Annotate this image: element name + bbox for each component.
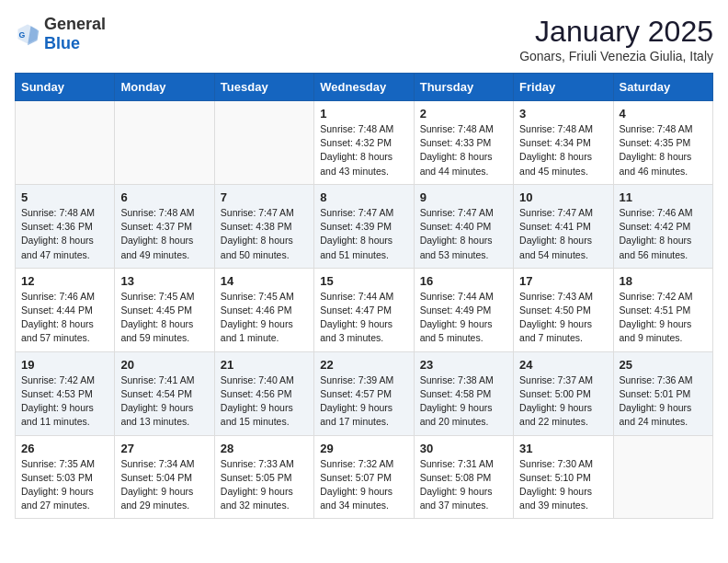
day-number: 11 (620, 190, 707, 204)
calendar-cell: 13Sunrise: 7:45 AMSunset: 4:45 PMDayligh… (115, 268, 214, 351)
day-info: Sunrise: 7:33 AMSunset: 5:05 PMDaylight:… (221, 457, 308, 513)
day-info: Sunrise: 7:39 AMSunset: 4:57 PMDaylight:… (320, 373, 407, 430)
day-info: Sunrise: 7:42 AMSunset: 4:51 PMDaylight:… (620, 290, 707, 346)
day-number: 5 (21, 190, 108, 204)
day-info: Sunrise: 7:46 AMSunset: 4:42 PMDaylight:… (620, 206, 707, 262)
calendar-cell: 7Sunrise: 7:47 AMSunset: 4:38 PMDaylight… (214, 184, 313, 268)
day-number: 7 (221, 190, 308, 204)
day-number: 25 (620, 358, 707, 372)
day-info: Sunrise: 7:38 AMSunset: 4:58 PMDaylight:… (420, 373, 507, 430)
calendar-cell: 16Sunrise: 7:44 AMSunset: 4:49 PMDayligh… (414, 268, 513, 351)
calendar-cell: 17Sunrise: 7:43 AMSunset: 4:50 PMDayligh… (514, 268, 613, 351)
calendar-cell: 26Sunrise: 7:35 AMSunset: 5:03 PMDayligh… (16, 435, 115, 519)
day-number: 20 (120, 358, 208, 372)
day-number: 30 (420, 442, 507, 455)
day-info: Sunrise: 7:48 AMSunset: 4:33 PMDaylight:… (420, 122, 507, 178)
day-info: Sunrise: 7:41 AMSunset: 4:54 PMDaylight:… (120, 373, 208, 430)
calendar-cell: 8Sunrise: 7:47 AMSunset: 4:39 PMDaylight… (314, 184, 414, 268)
calendar-cell: 28Sunrise: 7:33 AMSunset: 5:05 PMDayligh… (214, 435, 313, 519)
calendar-cell: 27Sunrise: 7:34 AMSunset: 5:04 PMDayligh… (115, 435, 214, 519)
logo-text-general: General (44, 15, 106, 33)
day-number: 10 (519, 190, 607, 204)
subtitle: Gonars, Friuli Venezia Giulia, Italy (519, 49, 713, 63)
day-number: 28 (221, 442, 308, 455)
day-number: 17 (519, 274, 607, 288)
title-area: January 2025 Gonars, Friuli Venezia Giul… (519, 15, 713, 63)
day-number: 13 (120, 274, 208, 288)
day-info: Sunrise: 7:48 AMSunset: 4:35 PMDaylight:… (620, 122, 707, 178)
calendar-cell: 2Sunrise: 7:48 AMSunset: 4:33 PMDaylight… (414, 101, 513, 185)
day-number: 6 (120, 190, 208, 204)
calendar-cell (16, 101, 115, 185)
day-info: Sunrise: 7:40 AMSunset: 4:56 PMDaylight:… (221, 373, 308, 430)
day-number: 22 (320, 358, 407, 372)
day-info: Sunrise: 7:42 AMSunset: 4:53 PMDaylight:… (21, 373, 108, 430)
calendar-cell: 4Sunrise: 7:48 AMSunset: 4:35 PMDaylight… (613, 101, 712, 185)
calendar-cell: 19Sunrise: 7:42 AMSunset: 4:53 PMDayligh… (16, 351, 115, 435)
day-info: Sunrise: 7:47 AMSunset: 4:41 PMDaylight:… (519, 206, 607, 262)
weekday-header-row: SundayMondayTuesdayWednesdayThursdayFrid… (16, 74, 713, 101)
calendar-cell: 6Sunrise: 7:48 AMSunset: 4:37 PMDaylight… (115, 184, 214, 268)
header: G General Blue January 2025 Gonars, Friu… (15, 15, 713, 63)
logo-text-blue: Blue (44, 34, 80, 52)
week-row-4: 19Sunrise: 7:42 AMSunset: 4:53 PMDayligh… (16, 351, 713, 435)
day-info: Sunrise: 7:34 AMSunset: 5:04 PMDaylight:… (120, 457, 208, 513)
day-number: 29 (320, 442, 407, 455)
day-number: 21 (221, 358, 308, 372)
calendar-cell: 18Sunrise: 7:42 AMSunset: 4:51 PMDayligh… (613, 268, 712, 351)
calendar-cell: 10Sunrise: 7:47 AMSunset: 4:41 PMDayligh… (514, 184, 613, 268)
day-info: Sunrise: 7:46 AMSunset: 4:44 PMDaylight:… (21, 290, 108, 346)
calendar-cell: 31Sunrise: 7:30 AMSunset: 5:10 PMDayligh… (514, 435, 613, 519)
day-number: 15 (320, 274, 407, 288)
day-number: 18 (620, 274, 707, 288)
day-info: Sunrise: 7:37 AMSunset: 5:00 PMDaylight:… (519, 373, 607, 430)
calendar-cell: 29Sunrise: 7:32 AMSunset: 5:07 PMDayligh… (314, 435, 414, 519)
calendar-cell (613, 435, 712, 519)
calendar-cell: 30Sunrise: 7:31 AMSunset: 5:08 PMDayligh… (414, 435, 513, 519)
weekday-header-friday: Friday (514, 74, 613, 101)
logo: G General Blue (15, 15, 106, 53)
weekday-header-tuesday: Tuesday (214, 74, 313, 101)
day-number: 31 (519, 442, 607, 455)
day-info: Sunrise: 7:48 AMSunset: 4:32 PMDaylight:… (320, 122, 407, 178)
day-number: 1 (320, 107, 407, 121)
day-number: 12 (21, 274, 108, 288)
day-info: Sunrise: 7:48 AMSunset: 4:37 PMDaylight:… (120, 206, 208, 262)
day-info: Sunrise: 7:30 AMSunset: 5:10 PMDaylight:… (519, 457, 607, 513)
calendar-cell: 21Sunrise: 7:40 AMSunset: 4:56 PMDayligh… (214, 351, 313, 435)
calendar-cell: 12Sunrise: 7:46 AMSunset: 4:44 PMDayligh… (16, 268, 115, 351)
day-info: Sunrise: 7:45 AMSunset: 4:46 PMDaylight:… (221, 290, 308, 346)
day-info: Sunrise: 7:47 AMSunset: 4:38 PMDaylight:… (221, 206, 308, 262)
day-number: 8 (320, 190, 407, 204)
weekday-header-wednesday: Wednesday (314, 74, 414, 101)
calendar-cell: 15Sunrise: 7:44 AMSunset: 4:47 PMDayligh… (314, 268, 414, 351)
calendar-cell: 23Sunrise: 7:38 AMSunset: 4:58 PMDayligh… (414, 351, 513, 435)
calendar-cell (115, 101, 214, 185)
day-number: 26 (21, 442, 108, 455)
day-number: 14 (221, 274, 308, 288)
calendar-cell: 20Sunrise: 7:41 AMSunset: 4:54 PMDayligh… (115, 351, 214, 435)
day-number: 27 (120, 442, 208, 455)
weekday-header-thursday: Thursday (414, 74, 513, 101)
day-info: Sunrise: 7:48 AMSunset: 4:34 PMDaylight:… (519, 122, 607, 178)
day-info: Sunrise: 7:44 AMSunset: 4:49 PMDaylight:… (420, 290, 507, 346)
calendar-cell: 9Sunrise: 7:47 AMSunset: 4:40 PMDaylight… (414, 184, 513, 268)
day-info: Sunrise: 7:47 AMSunset: 4:39 PMDaylight:… (320, 206, 407, 262)
calendar-cell: 5Sunrise: 7:48 AMSunset: 4:36 PMDaylight… (16, 184, 115, 268)
calendar-cell: 24Sunrise: 7:37 AMSunset: 5:00 PMDayligh… (514, 351, 613, 435)
day-number: 2 (420, 107, 507, 121)
day-info: Sunrise: 7:36 AMSunset: 5:01 PMDaylight:… (620, 373, 707, 430)
weekday-header-monday: Monday (115, 74, 214, 101)
day-info: Sunrise: 7:47 AMSunset: 4:40 PMDaylight:… (420, 206, 507, 262)
day-number: 19 (21, 358, 108, 372)
week-row-3: 12Sunrise: 7:46 AMSunset: 4:44 PMDayligh… (16, 268, 713, 351)
day-info: Sunrise: 7:45 AMSunset: 4:45 PMDaylight:… (120, 290, 208, 346)
calendar-cell: 14Sunrise: 7:45 AMSunset: 4:46 PMDayligh… (214, 268, 313, 351)
day-info: Sunrise: 7:32 AMSunset: 5:07 PMDaylight:… (320, 457, 407, 513)
logo-wordmark: General Blue (44, 15, 106, 53)
calendar-cell: 22Sunrise: 7:39 AMSunset: 4:57 PMDayligh… (314, 351, 414, 435)
day-number: 4 (620, 107, 707, 121)
week-row-2: 5Sunrise: 7:48 AMSunset: 4:36 PMDaylight… (16, 184, 713, 268)
calendar-cell: 1Sunrise: 7:48 AMSunset: 4:32 PMDaylight… (314, 101, 414, 185)
calendar-cell (214, 101, 313, 185)
